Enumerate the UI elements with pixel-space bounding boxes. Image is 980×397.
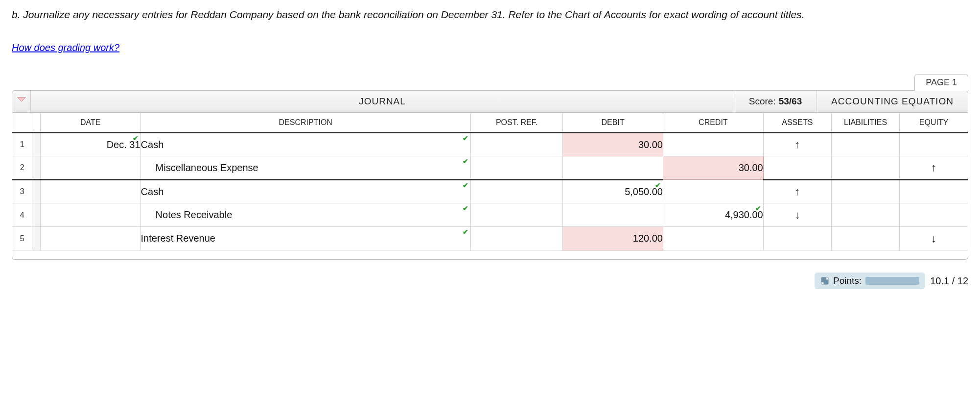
postref-cell[interactable] xyxy=(470,133,562,156)
col-header-debit: DEBIT xyxy=(563,113,663,133)
liabilities-cell[interactable] xyxy=(831,203,899,227)
row-number: 1 xyxy=(12,133,32,156)
journal-header-bar: JOURNAL Score: 53/63 ACCOUNTING EQUATION xyxy=(12,90,968,113)
equity-cell[interactable] xyxy=(900,133,968,156)
grading-help-link[interactable]: How does grading work? xyxy=(12,42,119,53)
col-header-equity: EQUITY xyxy=(900,113,968,133)
check-icon xyxy=(755,204,761,212)
date-cell[interactable] xyxy=(40,180,140,203)
row-gutter xyxy=(32,156,40,180)
col-header-postref: POST. REF. xyxy=(470,113,562,133)
points-label: Points: xyxy=(833,275,862,286)
date-cell[interactable] xyxy=(40,203,140,227)
expand-icon xyxy=(820,276,829,285)
date-cell[interactable] xyxy=(40,156,140,180)
description-cell[interactable]: Cash xyxy=(140,180,470,203)
postref-cell[interactable] xyxy=(470,180,562,203)
row-number: 5 xyxy=(12,227,32,250)
debit-cell[interactable]: 5,050.00 xyxy=(563,180,663,203)
col-header-credit: CREDIT xyxy=(663,113,763,133)
postref-cell[interactable] xyxy=(470,203,562,227)
debit-cell[interactable]: 30.00 xyxy=(563,133,663,156)
assets-cell[interactable]: ↑ xyxy=(763,180,831,203)
score-value: 53/63 xyxy=(779,96,802,107)
points-value: 10.1 / 12 xyxy=(930,275,968,287)
column-header-row: DATE DESCRIPTION POST. REF. DEBIT CREDIT… xyxy=(12,113,968,133)
assets-cell[interactable] xyxy=(763,227,831,250)
assets-cell[interactable] xyxy=(763,156,831,180)
col-header-liabilities: LIABILITIES xyxy=(831,113,899,133)
credit-cell[interactable] xyxy=(663,227,763,250)
score-label: Score: xyxy=(749,96,776,107)
description-cell[interactable]: Interest Revenue xyxy=(140,227,470,250)
credit-cell[interactable] xyxy=(663,133,763,156)
description-cell[interactable]: Cash xyxy=(140,133,470,156)
date-cell[interactable] xyxy=(40,227,140,250)
date-cell[interactable]: Dec. 31 xyxy=(40,133,140,156)
liabilities-cell[interactable] xyxy=(831,156,899,180)
check-icon xyxy=(463,157,468,165)
equity-cell[interactable] xyxy=(900,180,968,203)
row-number: 2 xyxy=(12,156,32,180)
points-footer: Points: 10.1 / 12 xyxy=(12,273,968,289)
points-pill[interactable]: Points: xyxy=(815,273,925,289)
row-gutter xyxy=(32,227,40,250)
row-number: 3 xyxy=(12,180,32,203)
flag-icon xyxy=(16,96,27,107)
question-prompt: b. Journalize any necessary entries for … xyxy=(12,9,968,21)
credit-cell[interactable]: 30.00 xyxy=(663,156,763,180)
table-row: 3Cash5,050.00↑ xyxy=(12,180,968,203)
flag-toggle[interactable] xyxy=(12,91,31,112)
check-icon xyxy=(463,134,468,142)
col-header-rownum xyxy=(12,113,32,133)
journal-body: DATE DESCRIPTION POST. REF. DEBIT CREDIT… xyxy=(12,113,968,260)
row-gutter xyxy=(32,180,40,203)
page-tab[interactable]: PAGE 1 xyxy=(914,74,968,91)
check-icon xyxy=(133,134,139,142)
liabilities-cell[interactable] xyxy=(831,227,899,250)
row-gutter xyxy=(32,203,40,227)
accounting-equation-title: ACCOUNTING EQUATION xyxy=(817,91,968,112)
table-row: 5Interest Revenue120.00↓ xyxy=(12,227,968,250)
check-icon xyxy=(655,181,661,189)
description-cell[interactable]: Notes Receivable xyxy=(140,203,470,227)
liabilities-cell[interactable] xyxy=(831,133,899,156)
journal-title: JOURNAL xyxy=(31,91,734,112)
table-row: 2Miscellaneous Expense30.00↑ xyxy=(12,156,968,180)
row-number: 4 xyxy=(12,203,32,227)
debit-cell[interactable]: 120.00 xyxy=(563,227,663,250)
col-header-date: DATE xyxy=(40,113,140,133)
check-icon xyxy=(463,228,468,236)
table-row: 1Dec. 31Cash30.00↑ xyxy=(12,133,968,156)
score-display: Score: 53/63 xyxy=(734,91,817,112)
svg-marker-0 xyxy=(17,98,25,101)
equity-cell[interactable]: ↓ xyxy=(900,227,968,250)
debit-cell[interactable] xyxy=(563,156,663,180)
assets-cell[interactable]: ↓ xyxy=(763,203,831,227)
col-header-assets: ASSETS xyxy=(763,113,831,133)
journal-table: DATE DESCRIPTION POST. REF. DEBIT CREDIT… xyxy=(12,113,968,250)
equity-cell[interactable]: ↑ xyxy=(900,156,968,180)
postref-cell[interactable] xyxy=(470,156,562,180)
row-gutter xyxy=(32,133,40,156)
check-icon xyxy=(463,204,468,212)
credit-cell[interactable]: 4,930.00 xyxy=(663,203,763,227)
col-header-description: DESCRIPTION xyxy=(140,113,470,133)
col-header-gutter xyxy=(32,113,40,133)
description-cell[interactable]: Miscellaneous Expense xyxy=(140,156,470,180)
points-bar xyxy=(865,277,919,285)
check-icon xyxy=(463,181,468,189)
assets-cell[interactable]: ↑ xyxy=(763,133,831,156)
debit-cell[interactable] xyxy=(563,203,663,227)
credit-cell[interactable] xyxy=(663,180,763,203)
postref-cell[interactable] xyxy=(470,227,562,250)
liabilities-cell[interactable] xyxy=(831,180,899,203)
equity-cell[interactable] xyxy=(900,203,968,227)
table-row: 4Notes Receivable4,930.00↓ xyxy=(12,203,968,227)
